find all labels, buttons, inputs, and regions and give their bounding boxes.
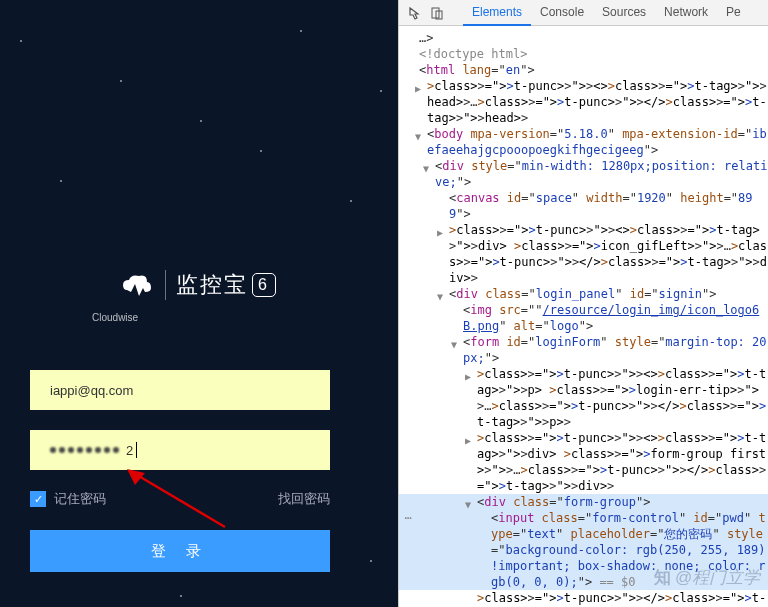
dom-tree-line[interactable]: <!doctype html> bbox=[399, 46, 768, 62]
expand-triangle-icon[interactable]: ▶ bbox=[415, 81, 421, 97]
devtools-toolbar: Elements Console Sources Network Pe bbox=[399, 0, 768, 26]
devtools-panel: Elements Console Sources Network Pe …><!… bbox=[398, 0, 768, 607]
login-panel: 监控宝 6 2 ✓ 记住密码 找回密码 登 录 bbox=[30, 250, 360, 572]
tab-elements[interactable]: Elements bbox=[463, 0, 531, 26]
cloudwise-logo-icon bbox=[115, 270, 155, 300]
dom-tree-line[interactable]: ▼<div class="login_panel" id="signin"> bbox=[399, 286, 768, 302]
brand-text: 监控宝 6 bbox=[176, 270, 276, 300]
password-form-group: 2 bbox=[30, 430, 360, 470]
email-field[interactable] bbox=[30, 370, 330, 410]
dom-tree-line[interactable]: <img src=""/resource/login_img/icon_logo… bbox=[399, 302, 768, 334]
checkbox-checked-icon: ✓ bbox=[30, 491, 46, 507]
dom-tree-line[interactable]: ▼<div class="form-group"> bbox=[399, 494, 768, 510]
logo-divider bbox=[165, 270, 166, 300]
dom-tree-line[interactable]: ▼<div style="min-width: 1280px;position:… bbox=[399, 158, 768, 190]
password-field[interactable] bbox=[30, 430, 330, 470]
dom-tree-line[interactable]: …> bbox=[399, 30, 768, 46]
dom-tree-line[interactable]: ▶>class>>=">>t-punc>>">><>>class>>=">>t-… bbox=[399, 366, 768, 430]
expand-triangle-icon[interactable]: ▶ bbox=[465, 433, 471, 449]
login-background: 监控宝 6 2 ✓ 记住密码 找回密码 登 录 Cloudwise bbox=[0, 0, 398, 607]
remember-checkbox-wrap[interactable]: ✓ 记住密码 bbox=[30, 490, 106, 508]
tab-network[interactable]: Network bbox=[655, 0, 717, 26]
expand-triangle-icon[interactable]: ▼ bbox=[423, 161, 429, 177]
dom-tree-line[interactable]: <canvas id="space" width="1920" height="… bbox=[399, 190, 768, 222]
dom-tree[interactable]: …><!doctype html><html lang="en">▶>class… bbox=[399, 26, 768, 607]
dom-tree-line[interactable]: ▼<form id="loginForm" style="margin-top:… bbox=[399, 334, 768, 366]
text-cursor bbox=[136, 442, 137, 458]
devtools-tabs: Elements Console Sources Network Pe bbox=[463, 0, 750, 26]
dom-tree-line[interactable]: ▶>class>>=">>t-punc>>">><>>class>>=">>t-… bbox=[399, 222, 768, 286]
dom-tree-line[interactable]: ⋯<input class="form-control" id="pwd" ty… bbox=[399, 510, 768, 590]
dom-tree-line[interactable]: ▼<body mpa-version="5.18.0" mpa-extensio… bbox=[399, 126, 768, 158]
brand-name: 监控宝 bbox=[176, 270, 248, 300]
dom-tree-line[interactable]: <html lang="en"> bbox=[399, 62, 768, 78]
tab-performance-cut[interactable]: Pe bbox=[717, 0, 750, 26]
forgot-password-link[interactable]: 找回密码 bbox=[278, 490, 330, 508]
dom-tree-line[interactable]: ▶>class>>=">>t-punc>>">><>>class>>=">>t-… bbox=[399, 78, 768, 126]
inspect-element-icon[interactable] bbox=[407, 5, 423, 21]
tab-sources[interactable]: Sources bbox=[593, 0, 655, 26]
tab-console[interactable]: Console bbox=[531, 0, 593, 26]
device-toggle-icon[interactable] bbox=[429, 5, 445, 21]
dom-tree-line[interactable]: ▶>class>>=">>t-punc>>">><>>class>>=">>t-… bbox=[399, 430, 768, 494]
expand-triangle-icon[interactable]: ▶ bbox=[437, 225, 443, 241]
remember-row: ✓ 记住密码 找回密码 bbox=[30, 490, 330, 508]
brand-version-badge: 6 bbox=[252, 273, 276, 297]
remember-label: 记住密码 bbox=[54, 490, 106, 508]
expand-triangle-icon[interactable]: ▼ bbox=[451, 337, 457, 353]
expand-triangle-icon[interactable]: ▼ bbox=[415, 129, 421, 145]
email-form-group bbox=[30, 370, 360, 410]
logo-row: 监控宝 6 bbox=[30, 270, 360, 300]
login-button[interactable]: 登 录 bbox=[30, 530, 330, 572]
brand-subtext: Cloudwise bbox=[92, 312, 138, 323]
dom-tree-line[interactable]: >class>>=">>t-punc>>">></>>class>>=">>t-… bbox=[399, 590, 768, 607]
expand-triangle-icon[interactable]: ▶ bbox=[465, 369, 471, 385]
